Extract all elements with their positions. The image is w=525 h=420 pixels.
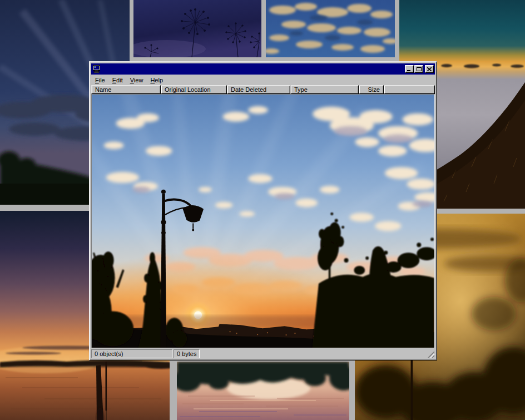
title-bar[interactable]	[91, 63, 435, 75]
sunset-streetlamp-photo	[92, 95, 434, 348]
recycle-bin-window: FileEditViewHelp NameOriginal LocationDa…	[89, 61, 437, 360]
column-header-type[interactable]: Type	[290, 85, 359, 94]
status-panel-0: 0 object(s)	[91, 349, 172, 358]
column-header-date-deleted[interactable]: Date Deleted	[227, 85, 290, 94]
column-header-size[interactable]: Size	[359, 85, 384, 94]
menu-file[interactable]: File	[92, 76, 108, 85]
maximize-button[interactable]	[414, 65, 423, 73]
column-header-row: NameOriginal LocationDate DeletedTypeSiz…	[91, 85, 435, 94]
menu-edit[interactable]: Edit	[109, 76, 126, 85]
wallpaper-tile-cloudy-sky	[266, 0, 395, 57]
folder-view[interactable]	[91, 94, 435, 348]
status-panel-1: 0 bytes	[174, 349, 200, 358]
menu-bar: FileEditViewHelp	[91, 75, 435, 85]
resize-grip[interactable]	[428, 351, 434, 358]
column-header-filler[interactable]	[384, 85, 435, 94]
close-button[interactable]	[425, 65, 434, 73]
column-header-original-location[interactable]: Original Location	[161, 85, 227, 94]
status-bar: 0 object(s)0 bytes	[91, 349, 435, 358]
wallpaper-tile-seed-heads	[133, 0, 261, 57]
menu-help[interactable]: Help	[147, 76, 166, 85]
computer-icon[interactable]	[92, 65, 101, 73]
menu-view[interactable]: View	[127, 76, 147, 85]
minimize-button[interactable]	[405, 65, 414, 73]
column-header-name[interactable]: Name	[91, 85, 161, 94]
wallpaper-tile-water-reflection	[177, 362, 349, 420]
